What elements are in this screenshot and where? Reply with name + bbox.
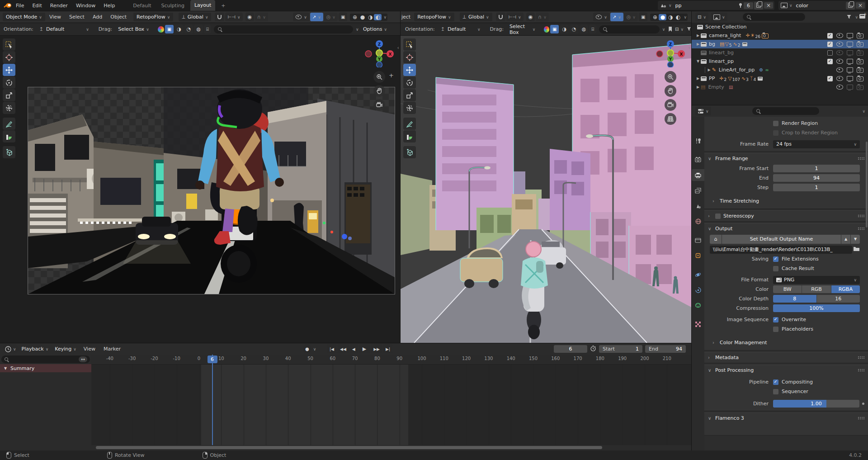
overlays-toggle[interactable]: ◎∨ xyxy=(324,13,338,21)
depth-8-button[interactable]: 8 xyxy=(773,295,817,303)
color-management-collapse-icon[interactable]: › xyxy=(712,340,717,345)
filter-funnel-icon[interactable] xyxy=(846,14,852,19)
outliner-row-scene-collection[interactable]: Scene Collection xyxy=(692,23,868,31)
jump-next-keyframe-button[interactable]: ▶▶ xyxy=(371,345,382,353)
tab-constraints[interactable] xyxy=(692,284,704,296)
view-layer-new-copy-icon[interactable] xyxy=(846,2,855,9)
shading-material-icon[interactable]: ◑ xyxy=(366,14,374,20)
jump-prev-keyframe-button[interactable]: ◀◀ xyxy=(338,345,349,353)
options-dropdown[interactable]: Options∨ xyxy=(360,25,390,33)
output-title[interactable]: Output xyxy=(715,226,732,232)
collection-checkbox[interactable] xyxy=(827,50,833,56)
panel-drag-handle[interactable] xyxy=(858,356,864,359)
outliner-row-camera-light[interactable]: ▶camera_light ✛ ☀26 xyxy=(692,31,868,40)
play-button[interactable]: ▶ xyxy=(359,345,370,353)
disable-render-icon[interactable] xyxy=(857,76,863,81)
scene-users-count[interactable]: 6 xyxy=(744,2,753,9)
region-collapse-arrow[interactable]: ‹ xyxy=(689,45,690,51)
disable-viewport-icon[interactable] xyxy=(847,67,853,72)
workspace-tab-layout[interactable]: Layout xyxy=(190,0,215,11)
snap-toggle[interactable] xyxy=(215,13,224,21)
outliner-row-lineart-for-pp[interactable]: │▶ ✎LineArt_for_pp ⚙ ∞ xyxy=(692,66,868,74)
viewport-search-field[interactable] xyxy=(599,25,659,33)
hide-viewport-icon[interactable] xyxy=(836,33,843,38)
tool-cursor[interactable] xyxy=(403,51,416,63)
snap-toggle[interactable] xyxy=(496,13,505,21)
brush-icon[interactable]: ⌸ xyxy=(589,25,596,33)
search-options-chevron[interactable]: ∨ xyxy=(356,27,359,32)
menu-add[interactable]: Add xyxy=(89,14,106,20)
playhead-frame-badge[interactable]: 6 xyxy=(208,356,217,363)
hide-viewport-icon[interactable] xyxy=(836,59,843,64)
tab-object[interactable] xyxy=(692,250,704,261)
menu-help[interactable]: Help xyxy=(99,3,119,9)
collection-checkbox[interactable] xyxy=(827,33,833,38)
tab-texture[interactable] xyxy=(692,318,704,330)
proportional-falloff-dropdown[interactable]: ∩∨ xyxy=(255,13,268,21)
overwrite-checkbox[interactable] xyxy=(773,317,778,322)
menu-file[interactable]: File xyxy=(12,3,28,9)
auto-keying-record-button[interactable]: ● xyxy=(303,345,311,353)
scene-unlink-icon[interactable]: × xyxy=(764,2,773,9)
expand-icon[interactable]: ▶ xyxy=(695,85,701,89)
home-icon-button[interactable]: ⌂ xyxy=(710,235,722,244)
snap-settings[interactable]: ⊢⊣∨ xyxy=(225,13,242,21)
sequencer-checkbox[interactable] xyxy=(773,389,778,394)
playback-menu[interactable]: Playback∨ xyxy=(19,345,52,353)
proportional-falloff-dropdown[interactable]: ∩∨ xyxy=(536,13,549,21)
scene-icon[interactable] xyxy=(660,3,667,8)
shading-material-icon[interactable]: ◑ xyxy=(666,14,674,20)
camera-passepartout-plus[interactable]: + xyxy=(389,72,394,79)
overlays-toggle[interactable]: ◎∨ xyxy=(624,13,638,21)
shading-rendered-icon[interactable]: ◐ xyxy=(674,14,682,20)
shading-dropdown-chevron[interactable]: ∨ xyxy=(684,15,687,19)
panel-drag-handle[interactable] xyxy=(858,214,864,218)
tool-measure[interactable] xyxy=(403,130,416,142)
shading-solid-icon[interactable]: ● xyxy=(359,14,366,20)
transform-orientation-dropdown[interactable]: ⟂Global∨ xyxy=(460,13,492,21)
filter-expand-icon[interactable]: ↔ xyxy=(79,356,87,362)
color-bw-button[interactable]: BW xyxy=(773,285,802,293)
outliner-row-lineart-bg[interactable]: lineart_bg xyxy=(692,48,868,57)
shading-wireframe-icon[interactable]: ⊕ xyxy=(651,14,659,20)
color-rgba-button[interactable]: RGBA xyxy=(831,285,860,293)
move-view-button[interactable] xyxy=(373,85,385,97)
file-extensions-checkbox[interactable] xyxy=(773,256,778,262)
frame-rate-dropdown[interactable]: 24 fps∨ xyxy=(773,140,860,148)
disable-render-icon[interactable] xyxy=(857,59,863,64)
file-format-dropdown[interactable]: PNG∨ xyxy=(773,276,860,284)
hide-viewport-icon[interactable] xyxy=(836,42,843,47)
time-stretching-collapse-icon[interactable]: › xyxy=(712,199,717,204)
disable-render-icon[interactable] xyxy=(857,42,863,47)
proportional-editing-toggle[interactable]: ◉ xyxy=(526,13,535,21)
tool-scale[interactable] xyxy=(3,89,15,101)
show-gizmo-dropdown[interactable]: ∨ xyxy=(593,13,609,21)
start-frame-field[interactable]: Start1 xyxy=(599,345,642,353)
snap-settings[interactable]: ⊢⊣∨ xyxy=(506,13,524,21)
properties-search-field[interactable] xyxy=(752,107,819,115)
camera-view-button[interactable] xyxy=(373,99,385,111)
menu-render[interactable]: Render xyxy=(46,3,72,9)
timeline-keyframe-area[interactable] xyxy=(91,365,691,445)
disable-viewport-icon[interactable] xyxy=(847,76,853,81)
keying-menu[interactable]: Keying∨ xyxy=(52,345,80,353)
tool-cursor[interactable] xyxy=(3,51,15,63)
new-collection-button[interactable]: + xyxy=(859,14,865,20)
tool-add-cube[interactable] xyxy=(403,146,416,158)
workspace-add-tab-button[interactable]: + xyxy=(217,3,229,9)
playhead-line[interactable] xyxy=(212,355,213,445)
blender-logo-icon[interactable] xyxy=(4,2,12,9)
proportional-editing-toggle[interactable]: ◉ xyxy=(245,13,255,21)
disable-viewport-icon[interactable] xyxy=(847,33,853,38)
camera-view-button[interactable] xyxy=(665,99,676,111)
color-rgb-button[interactable]: RGB xyxy=(802,285,831,293)
grid-ortho-button[interactable] xyxy=(665,113,676,125)
summary-channel[interactable]: ▼ Summary xyxy=(0,364,91,372)
view-layer-icon[interactable] xyxy=(781,3,788,8)
color-management-title[interactable]: Color Management xyxy=(720,340,767,346)
bookmark-icon[interactable] xyxy=(669,27,672,32)
summary-collapse-icon[interactable]: ▼ xyxy=(3,366,8,370)
panel-drag-handle[interactable] xyxy=(858,369,864,372)
output-collapse-icon[interactable]: ∨ xyxy=(708,226,712,231)
panel-drag-handle[interactable] xyxy=(858,157,864,160)
